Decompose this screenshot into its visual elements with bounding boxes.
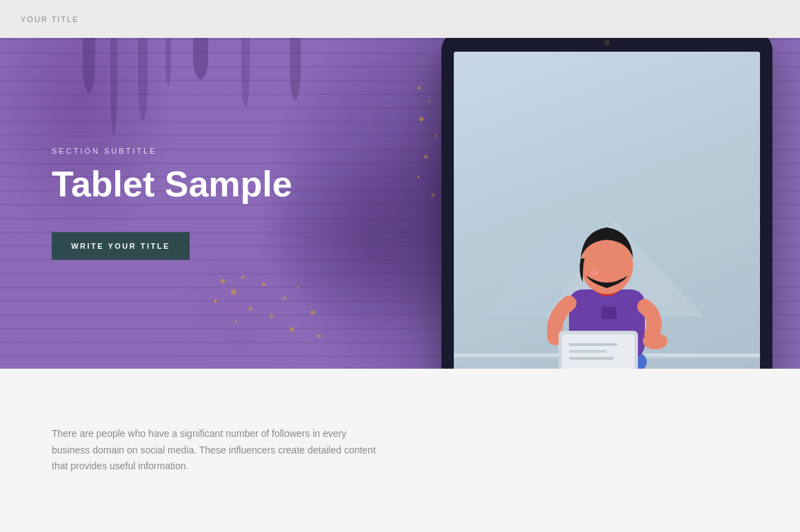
svg-rect-13	[569, 357, 614, 360]
svg-point-3	[643, 333, 668, 349]
svg-rect-11	[569, 343, 617, 346]
tablet-camera	[604, 40, 610, 45]
svg-rect-12	[569, 350, 607, 353]
hero-title: Tablet Sample	[52, 165, 410, 204]
section-subtitle: SECTION SUBTITLE	[52, 147, 410, 155]
tablet-container	[441, 38, 772, 369]
cta-button[interactable]: WRITE YOUR TITLE	[52, 232, 190, 260]
tablet-screen	[454, 52, 760, 369]
top-bar: YOUR TITLE	[0, 0, 800, 38]
person-figure	[538, 193, 676, 369]
main-wrapper: SECTION SUBTITLE Tablet Sample WRITE YOU…	[0, 38, 800, 532]
tablet-device	[441, 38, 772, 369]
svg-rect-4	[601, 307, 617, 319]
person-illustration	[538, 193, 676, 369]
bottom-section: There are people who have a significant …	[0, 369, 800, 532]
top-bar-title: YOUR TITLE	[21, 15, 79, 23]
illustration-background	[454, 52, 760, 369]
svg-point-7	[590, 269, 599, 276]
body-text: There are people who have a significant …	[52, 426, 383, 475]
hero-section: SECTION SUBTITLE Tablet Sample WRITE YOU…	[0, 38, 800, 369]
hero-content: SECTION SUBTITLE Tablet Sample WRITE YOU…	[52, 38, 410, 369]
